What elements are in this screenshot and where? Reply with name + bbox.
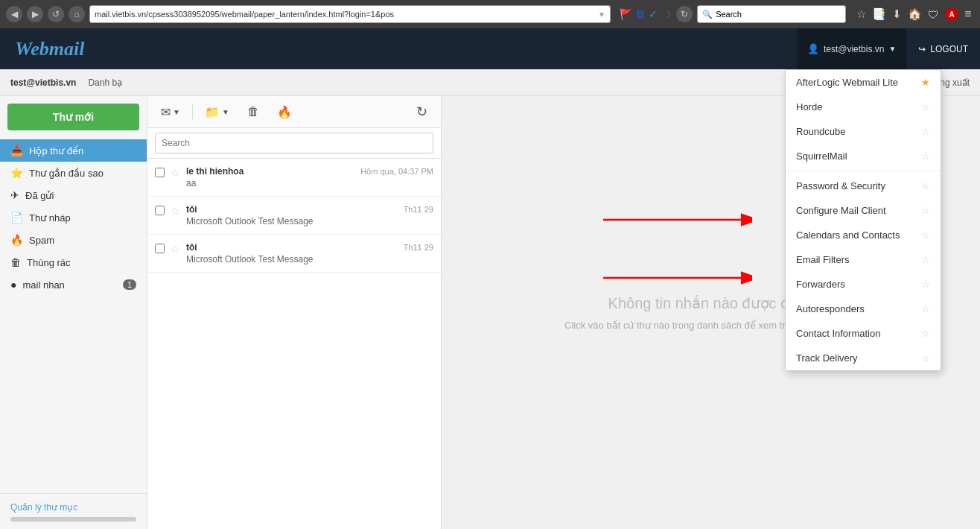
preview-empty-title: Không tin nhắn nào được chọn [608,294,814,312]
dropdown-item-squirrelmail[interactable]: SquirrelMail ☆ [786,144,941,168]
home-nav-icon[interactable]: 🏠 [908,7,922,21]
dropdown-item-autoresponders[interactable]: Autoresponders ☆ [786,297,941,321]
email-item-1[interactable]: ☆ le thi hienhoa Hôm qua, 04:37 PM aa [147,159,441,197]
email-item-3[interactable]: ☆ tôi Th11 29 Microsoft Outlook Test Mes… [147,235,441,273]
shield-icon[interactable]: 🛡 [928,8,939,21]
sidebar-item-spam[interactable]: 🔥 Spam [0,229,147,251]
email-subject-2: Microsoft Outlook Test Message [186,216,433,227]
spam-btn[interactable]: 🔥 [271,102,298,122]
move-button[interactable]: 📁 ▼ [199,102,235,122]
dropdown-item-horde[interactable]: Horde ☆ [786,95,941,119]
dropdown-star-autoresponders[interactable]: ☆ [921,303,930,314]
dropdown-item-forwarders[interactable]: Forwarders ☆ [786,272,941,297]
subheader-username: test@vietbis.vn [10,77,76,88]
url-bar[interactable]: mail.vietbis.vn/cpsess3038952095/webmail… [89,5,611,23]
logout-button[interactable]: ↪ LOGOUT [906,28,980,69]
dropdown-item-calendars[interactable]: Calendars and Contacts ☆ [786,223,941,247]
dropdown-item-afterlogic[interactable]: AfterLogic Webmail Lite ★ [786,70,941,95]
email-content-2: tôi Th11 29 Microsoft Outlook Test Messa… [186,204,433,227]
email-checkbox-2[interactable] [155,206,165,215]
search-bar-container [147,128,441,159]
email-sender-1: le thi hienhoa [186,166,244,177]
abp-badge[interactable]: A [945,7,958,21]
email-list: ✉ ▼ 📁 ▼ 🗑 🔥 ↻ ☆ [147,96,442,529]
email-checkbox-3[interactable] [155,244,165,253]
user-menu[interactable]: 👤 test@vietbis.vn ▼ [797,28,906,69]
dropdown-star-contact-info[interactable]: ☆ [921,328,930,339]
dropdown-star-forwarders[interactable]: ☆ [921,279,930,290]
delete-button[interactable]: 🗑 [241,102,265,121]
dropdown-item-roundcube[interactable]: Roundcube ☆ [786,119,941,144]
bookmarks-list-icon[interactable]: 📑 [872,7,886,21]
home-button[interactable]: ⌂ [69,6,85,22]
dropdown-star-squirrelmail[interactable]: ☆ [921,151,930,162]
dropdown-label-autoresponders: Autoresponders [796,303,915,314]
email-checkbox-1[interactable] [155,168,165,177]
dropdown-item-password[interactable]: Password & Security ☆ [786,174,941,198]
manage-folders-link[interactable]: Quản lý thư mục [10,502,77,513]
dropdown-star-horde[interactable]: ☆ [921,101,930,113]
refresh-button[interactable]: ↻ [676,6,693,22]
sidebar-item-starred[interactable]: ⭐ Thư gắn đầu sao [0,162,147,184]
sidebar-bottom: Quản lý thư mục [0,493,147,529]
dropdown-item-configure-mail[interactable]: Configure Mail Client ☆ [786,198,941,223]
email-sender-3: tôi [186,242,197,253]
back-button[interactable]: ◀ [6,6,22,22]
reload-button[interactable]: ↺ [48,6,64,22]
browser-search-icon: 🔍 [702,10,713,19]
new-mail-button[interactable]: Thư mới [7,104,139,130]
dropdown-label-calendars: Calendars and Contacts [796,229,915,241]
dropdown-star-configure-mail[interactable]: ☆ [921,205,930,216]
draft-icon: 📄 [10,212,23,224]
email-sender-2: tôi [186,204,197,215]
sidebar-item-mail-nhan[interactable]: ● mail nhan 1 [0,273,147,296]
email-star-3[interactable]: ☆ [171,243,180,255]
email-star-1[interactable]: ☆ [171,167,180,179]
move-dropdown-icon: ▼ [222,108,229,116]
dropdown-star-password[interactable]: ☆ [921,180,930,191]
email-date-1: Hôm qua, 04:37 PM [360,167,433,176]
browser-right-icons: ☆ 📑 ⬇ 🏠 🛡 A ≡ [856,7,971,21]
sidebar-item-sent[interactable]: ✈ Đã gửi [0,184,147,206]
inbox-label: Hộp thư đến [29,145,83,156]
dropdown-item-email-filters[interactable]: Email Filters ☆ [786,247,941,272]
compose-button[interactable]: ✉ ▼ [155,102,186,122]
app-header: Webmail 👤 test@vietbis.vn ▼ ↪ LOGOUT [0,28,980,69]
email-star-2[interactable]: ☆ [171,205,180,217]
danh-ba-link[interactable]: Danh bạ [88,77,122,88]
sidebar-item-drafts[interactable]: 📄 Thư nháp [0,206,147,229]
email-date-3: Th11 29 [404,243,433,252]
spam-toolbar-icon: 🔥 [277,105,292,119]
dropdown-item-track-delivery[interactable]: Track Delivery ☆ [786,346,941,370]
sidebar-item-trash[interactable]: 🗑 Thùng rác [0,251,147,273]
download-icon[interactable]: ⬇ [892,7,902,21]
dropdown-star-email-filters[interactable]: ☆ [921,254,930,265]
dropdown-label-horde: Horde [796,101,915,113]
dropdown-star-track-delivery[interactable]: ☆ [921,352,930,364]
bookmark-icon[interactable]: ☆ [856,7,866,21]
abp-text: A [949,10,955,19]
url-text: mail.vietbis.vn/cpsess3038952095/webmail… [95,10,595,19]
refresh-email-button[interactable]: ↻ [410,101,433,123]
browser-extension-icons: 🚩 B ✓ ☽ ↻ [620,6,693,22]
dropdown-label-configure-mail: Configure Mail Client [796,205,915,216]
dropdown-item-contact-info[interactable]: Contact Information ☆ [786,321,941,346]
dropdown-arrow-icon: ▼ [888,45,896,53]
dropdown-star-afterlogic[interactable]: ★ [921,77,930,88]
forward-button[interactable]: ▶ [27,6,43,22]
email-subject-3: Microsoft Outlook Test Message [186,254,433,264]
logout-icon: ↪ [918,44,926,54]
dropdown-star-calendars[interactable]: ☆ [921,229,930,241]
dropdown-star-roundcube[interactable]: ☆ [921,126,930,137]
menu-icon[interactable]: ≡ [964,7,971,21]
sidebar-item-inbox[interactable]: 📥 Hộp thư đến [0,139,147,162]
dropdown-separator-1 [786,171,941,171]
browser-chrome: ◀ ▶ ↺ ⌂ mail.vietbis.vn/cpsess3038952095… [0,0,980,28]
email-search-input[interactable] [155,133,433,153]
toolbar-separator-1 [192,104,193,119]
email-item-2[interactable]: ☆ tôi Th11 29 Microsoft Outlook Test Mes… [147,197,441,235]
browser-search-bar[interactable]: 🔍 Search [697,5,846,23]
email-content-3: tôi Th11 29 Microsoft Outlook Test Messa… [186,242,433,264]
logout-label: LOGOUT [930,44,968,54]
star-icon: ⭐ [10,167,23,179]
